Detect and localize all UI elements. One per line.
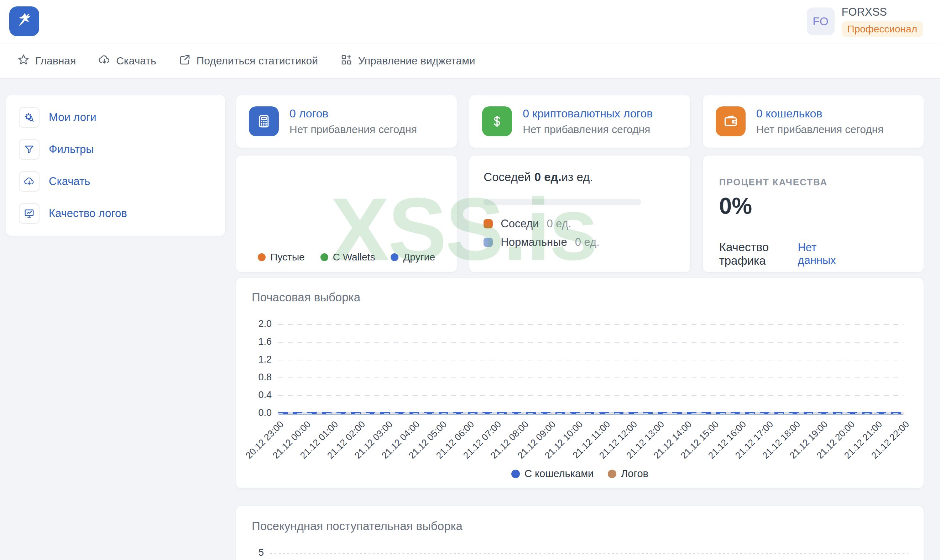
share-icon — [178, 53, 191, 69]
legend-label: Другие — [403, 252, 435, 263]
legend-dot — [391, 253, 398, 261]
legend-item-with-wallets[interactable]: С Wallets — [321, 252, 375, 263]
gridline: 1.2 — [278, 360, 904, 360]
quality-label: ПРОЦЕНТ КАЧЕСТВА — [719, 177, 907, 188]
legend-label: С Wallets — [333, 252, 375, 263]
cloud-download-icon — [19, 171, 40, 192]
sidebar-item-log-quality[interactable]: Качество логов — [19, 203, 213, 224]
y-tick-label: 0.0 — [252, 408, 272, 418]
distribution-legend: Пустые С Wallets Другие — [236, 252, 457, 263]
monitor-chart-icon — [19, 203, 40, 224]
no-data-link[interactable]: Нет данных — [798, 241, 845, 267]
nav-item-share-stats[interactable]: Поделиться статистикой — [178, 53, 318, 69]
middle-row: Пустые С Wallets Другие Соседей0 ед.из е… — [236, 155, 924, 272]
sidebar: Мои логи Фильтры Скачать — [6, 95, 226, 236]
legend-item-with-wallets[interactable]: С кошельками — [511, 468, 594, 480]
dollar-icon — [482, 106, 512, 136]
hourly-chart-title: Почасовая выборка — [252, 291, 908, 304]
nav-item-label: Управление виджетами — [358, 55, 475, 67]
calculator-icon — [249, 106, 279, 136]
wallet-icon — [716, 106, 746, 136]
y-tick-label: 5 — [252, 547, 264, 558]
user-box[interactable]: FO FORXSS Профессионал — [807, 6, 923, 37]
y-tick-label: 1.6 — [252, 336, 272, 347]
cloud-download-icon — [98, 53, 111, 69]
main-area: 0 логов Нет прибавления сегодня 0 крипто… — [236, 95, 924, 560]
hourly-legend: С кошельками Логов — [252, 468, 908, 480]
stat-title-link[interactable]: 0 кошельков — [756, 107, 884, 120]
neighbors-card: Соседей0 ед.из ед. Соседи 0 ед. Нормальн… — [469, 155, 690, 272]
sidebar-item-label: Скачать — [49, 175, 90, 188]
distribution-card: Пустые С Wallets Другие — [236, 155, 457, 272]
sidebar-item-filters[interactable]: Фильтры — [19, 139, 213, 160]
legend-dot — [321, 253, 328, 261]
nav-item-home[interactable]: Главная — [17, 53, 76, 69]
gridline — [270, 553, 908, 554]
stat-card-logs: 0 логов Нет прибавления сегодня — [236, 95, 457, 148]
legend-label: Нормальные — [501, 236, 567, 249]
nav-item-label: Скачать — [116, 55, 156, 67]
plan-badge: Профессионал — [842, 22, 923, 37]
sidebar-item-label: Качество логов — [49, 207, 127, 220]
gridline: 1.6 — [278, 342, 904, 343]
hourly-x-axis: 20.12 23:0021.12 00:0021.12 01:0021.12 0… — [278, 413, 904, 466]
legend-square — [483, 238, 493, 247]
top-navbar: Главная Скачать Поделиться статистикой — [0, 43, 940, 79]
legend-dot — [258, 253, 265, 261]
neighbors-title-value: 0 ед. — [534, 171, 562, 183]
stat-row: 0 логов Нет прибавления сегодня 0 крипто… — [236, 95, 924, 148]
stat-subtitle: Нет прибавления сегодня — [289, 123, 417, 135]
stat-card-wallets: 0 кошельков Нет прибавления сегодня — [702, 95, 924, 148]
sidebar-item-my-logs[interactable]: Мои логи — [19, 107, 213, 128]
bug-search-icon — [19, 107, 40, 128]
stat-card-crypto-logs: 0 криптовалютных логов Нет прибавления с… — [469, 95, 690, 148]
legend-item-others[interactable]: Другие — [391, 252, 435, 263]
gridline: 0.8 — [278, 377, 904, 378]
app-header: FO FORXSS Профессионал — [0, 0, 940, 43]
legend-item-empty[interactable]: Пустые — [258, 252, 304, 263]
app-logo[interactable] — [9, 6, 39, 36]
nav-item-label: Главная — [35, 55, 76, 67]
stat-subtitle: Нет прибавления сегодня — [756, 123, 884, 135]
star-icon — [17, 53, 30, 69]
page-content: Мои логи Фильтры Скачать — [0, 79, 940, 560]
avatar[interactable]: FO — [807, 8, 835, 35]
legend-item-logs[interactable]: Логов — [608, 468, 648, 480]
quality-percent: 0% — [719, 193, 907, 219]
quality-card: ПРОЦЕНТ КАЧЕСТВА 0% Качество трафика Нет… — [702, 155, 924, 272]
legend-label: Логов — [621, 468, 648, 480]
nav-item-manage-widgets[interactable]: Управление виджетами — [340, 53, 475, 69]
bird-icon — [14, 11, 34, 32]
legend-label: С кошельками — [525, 468, 594, 480]
neighbors-legend: Соседи 0 ед. Нормальные 0 ед. — [483, 217, 676, 249]
nav-item-download[interactable]: Скачать — [98, 53, 156, 69]
hourly-chart-card: Почасовая выборка 2.01.61.20.80.40.0 20.… — [236, 277, 924, 488]
per-second-chart-title: Посекундная поступательная выборка — [252, 520, 908, 533]
gridline: 0.4 — [278, 395, 904, 396]
legend-value: 0 ед. — [546, 217, 571, 230]
funnel-icon — [19, 139, 40, 160]
gridline: 2.0 — [278, 324, 904, 325]
legend-square — [483, 219, 493, 228]
legend-dot — [511, 470, 520, 478]
y-tick-label: 0.8 — [252, 372, 272, 383]
legend-value: 0 ед. — [575, 236, 600, 249]
traffic-quality-label: Качество трафика — [719, 240, 798, 268]
legend-item-normal: Нормальные 0 ед. — [483, 236, 676, 249]
neighbors-progress-bar — [483, 199, 641, 205]
hourly-grid: 2.01.61.20.80.40.0 — [278, 324, 904, 413]
per-second-grid: 5 — [270, 553, 908, 554]
username: FORXSS — [842, 6, 887, 18]
y-tick-label: 0.4 — [252, 389, 272, 401]
y-tick-label: 1.2 — [252, 354, 272, 365]
stat-title-link[interactable]: 0 логов — [289, 107, 417, 120]
sidebar-item-download[interactable]: Скачать — [19, 171, 213, 192]
neighbors-title-prefix: Соседей — [483, 171, 531, 183]
legend-label: Соседи — [501, 217, 539, 230]
neighbors-title-suffix: из ед. — [562, 171, 593, 183]
sidebar-item-label: Фильтры — [49, 143, 94, 156]
stat-subtitle: Нет прибавления сегодня — [523, 123, 653, 135]
stat-title-link[interactable]: 0 криптовалютных логов — [523, 107, 653, 120]
per-second-chart-card: Посекундная поступательная выборка 5 — [236, 506, 924, 560]
y-tick-label: 2.0 — [252, 318, 272, 329]
